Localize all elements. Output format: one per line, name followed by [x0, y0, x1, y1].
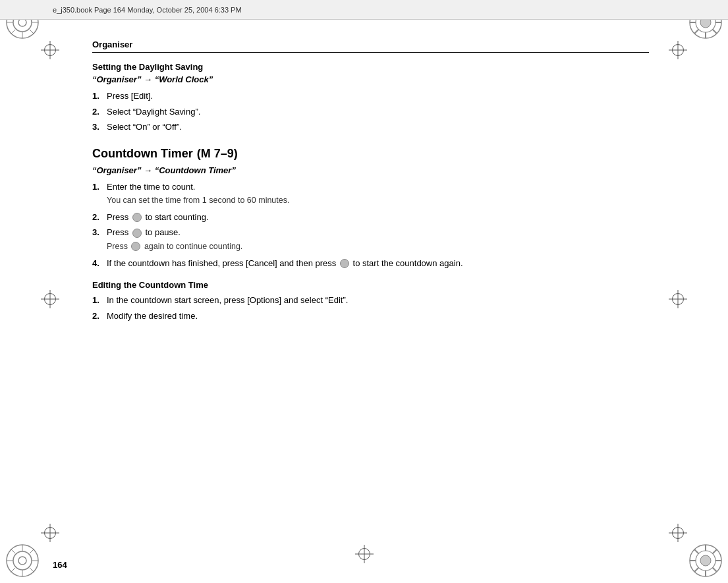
section-title: Organiser	[92, 40, 649, 49]
list-content: Modify the desired time.	[107, 310, 649, 323]
header-bar: e_j350.book Page 164 Monday, October 25,…	[0, 0, 728, 20]
list-content: Press to start counting.	[107, 211, 649, 224]
countdown-list: 1. Enter the time to count. You can set …	[92, 180, 649, 270]
list-item: 2. Select “Daylight Saving”.	[92, 105, 649, 119]
editing-list: 1. In the countdown start screen, press …	[92, 294, 649, 322]
svg-line-21	[694, 30, 699, 34]
list-item: 2. Modify the desired time.	[92, 310, 649, 323]
svg-line-10	[11, 30, 15, 34]
svg-line-31	[30, 549, 34, 553]
list-item: 1. Enter the time to count. You can set …	[92, 180, 649, 208]
list-content: Press [Edit].	[107, 90, 649, 103]
list-content: Enter the time to count. You can set the…	[107, 180, 649, 208]
list-number: 1.	[92, 180, 107, 208]
countdown-nav: “Organiser” → “Countdown Timer”	[92, 165, 649, 175]
list-content: If the countdown has finished, press [Ca…	[107, 257, 649, 270]
list-content: Press to pause. Press again to continue …	[107, 226, 649, 254]
svg-line-29	[11, 549, 15, 553]
list-number: 3.	[92, 226, 107, 254]
step1-text: Enter the time to count.	[107, 182, 195, 192]
step3-sub: Press again to continue counting.	[107, 240, 649, 253]
editing-heading: Editing the Countdown Time	[92, 280, 649, 290]
svg-line-19	[713, 30, 717, 34]
button-icon-step2	[132, 213, 142, 222]
list-number: 2.	[92, 310, 107, 323]
button-icon-step4	[340, 259, 349, 268]
list-item: 3. Press to pause. Press again to contin…	[92, 226, 649, 254]
list-number: 1.	[92, 294, 107, 307]
list-item: 1. Press [Edit].	[92, 90, 649, 103]
section-divider	[92, 52, 649, 53]
page-number: 164	[53, 560, 67, 570]
daylight-saving-list: 1. Press [Edit]. 2. Select “Daylight Sav…	[92, 90, 649, 134]
svg-line-32	[11, 568, 15, 572]
list-item: 3. Select “On” or “Off”.	[92, 121, 649, 134]
svg-line-43	[694, 568, 699, 572]
list-content: Select “On” or “Off”.	[107, 121, 649, 134]
list-content: Select “Daylight Saving”.	[107, 105, 649, 119]
countdown-title: Countdown Timer (M 7–9)	[92, 144, 238, 161]
list-item: 4. If the countdown has finished, press …	[92, 257, 649, 270]
daylight-saving-nav: “Organiser” → “World Clock”	[92, 74, 649, 84]
svg-line-41	[713, 568, 717, 572]
button-icon-step3a	[132, 229, 142, 238]
list-content: In the countdown start screen, press [Op…	[107, 294, 649, 307]
header-text: e_j350.book Page 164 Monday, October 25,…	[53, 6, 242, 14]
list-number: 2.	[92, 105, 107, 119]
countdown-title-sub: (M 7–9)	[197, 147, 238, 160]
crosshair-bottom-mid	[355, 545, 374, 563]
svg-line-40	[694, 549, 699, 554]
list-number: 2.	[92, 211, 107, 224]
button-icon-step3b	[131, 242, 140, 251]
step1-sub: You can set the time from 1 second to 60…	[107, 194, 649, 207]
svg-line-8	[30, 30, 34, 34]
list-number: 1.	[92, 90, 107, 103]
svg-line-30	[30, 568, 34, 572]
corner-decoration-br	[688, 543, 723, 578]
countdown-title-row: Countdown Timer (M 7–9)	[92, 144, 649, 161]
svg-line-42	[713, 549, 717, 554]
list-number: 4.	[92, 257, 107, 270]
list-item: 1. In the countdown start screen, press …	[92, 294, 649, 307]
corner-decoration-bl	[5, 543, 40, 578]
main-content: Organiser Setting the Daylight Saving “O…	[53, 20, 675, 543]
countdown-title-text: Countdown Timer	[92, 147, 193, 160]
svg-point-35	[700, 555, 711, 566]
list-number: 3.	[92, 121, 107, 134]
list-item: 2. Press to start counting.	[92, 211, 649, 224]
daylight-saving-heading: Setting the Daylight Saving	[92, 62, 649, 72]
svg-point-23	[13, 551, 32, 570]
svg-point-24	[18, 557, 26, 565]
